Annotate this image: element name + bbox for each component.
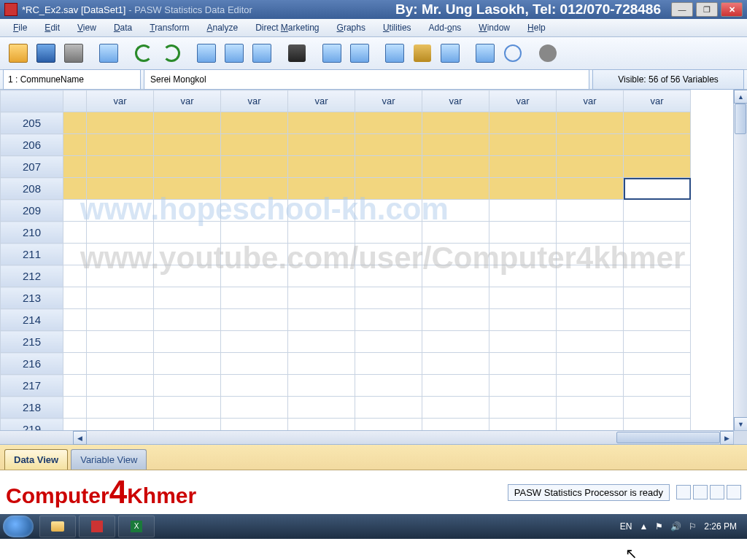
data-cell[interactable] xyxy=(221,309,288,331)
data-cell[interactable] xyxy=(489,309,557,331)
goto-case-button[interactable] xyxy=(194,41,219,66)
data-cell[interactable] xyxy=(63,178,87,200)
scroll-left-button[interactable]: ◀ xyxy=(73,431,87,445)
data-cell[interactable] xyxy=(154,222,221,244)
taskbar-app-excel[interactable]: X xyxy=(118,516,155,537)
table-row[interactable]: 207 xyxy=(1,156,691,178)
data-cell[interactable] xyxy=(87,265,154,287)
data-cell[interactable] xyxy=(288,375,355,397)
data-cell[interactable] xyxy=(87,112,154,134)
row-header[interactable]: 205 xyxy=(1,112,63,134)
data-cell[interactable] xyxy=(221,156,288,178)
data-cell[interactable] xyxy=(489,375,557,397)
use-sets-button[interactable] xyxy=(500,41,525,66)
menu-direct-marketing[interactable]: Direct Marketing xyxy=(248,20,326,35)
data-grid[interactable]: varvarvarvarvarvarvarvarvar2052062072082… xyxy=(0,90,734,431)
data-cell[interactable] xyxy=(87,419,154,432)
data-cell[interactable] xyxy=(422,112,489,134)
data-cell[interactable] xyxy=(87,309,154,331)
data-cell[interactable] xyxy=(557,222,624,244)
column-header[interactable]: var xyxy=(154,90,221,112)
data-cell[interactable] xyxy=(154,419,221,432)
column-header[interactable]: var xyxy=(87,90,154,112)
data-cell[interactable] xyxy=(557,156,624,178)
row-header[interactable]: 219 xyxy=(1,419,63,432)
volume-icon[interactable]: 🔊 xyxy=(670,521,681,532)
data-cell[interactable] xyxy=(154,178,221,200)
menu-transform[interactable]: Transform xyxy=(142,20,196,35)
data-cell[interactable] xyxy=(221,397,288,419)
tab-variable-view[interactable]: Variable View xyxy=(71,449,147,470)
hscroll-track[interactable] xyxy=(87,431,720,444)
taskbar-app-explorer[interactable] xyxy=(39,516,76,537)
column-header[interactable] xyxy=(63,90,87,112)
row-header[interactable]: 208 xyxy=(1,178,63,200)
data-cell[interactable] xyxy=(288,178,355,200)
insert-case-button[interactable] xyxy=(320,41,344,66)
data-cell[interactable] xyxy=(624,222,691,244)
menu-edit[interactable]: Edit xyxy=(37,20,67,35)
data-cell[interactable] xyxy=(422,287,489,309)
table-row[interactable]: 205 xyxy=(1,112,691,134)
horizontal-scrollbar[interactable]: ◀ ▶ xyxy=(73,430,734,444)
column-header[interactable]: var xyxy=(221,90,288,112)
data-cell[interactable] xyxy=(355,419,422,432)
data-cell[interactable] xyxy=(288,244,355,265)
data-cell[interactable] xyxy=(422,353,489,375)
scroll-down-button[interactable]: ▼ xyxy=(734,417,747,431)
data-cell[interactable] xyxy=(355,178,422,200)
data-cell[interactable] xyxy=(63,134,87,156)
print-button[interactable] xyxy=(61,41,86,66)
data-cell[interactable] xyxy=(624,178,691,200)
data-cell[interactable] xyxy=(489,178,557,200)
data-cell[interactable] xyxy=(422,375,489,397)
find-button[interactable] xyxy=(285,41,309,66)
table-row[interactable]: 215 xyxy=(1,331,691,353)
weight-cases-button[interactable] xyxy=(410,41,435,66)
table-row[interactable]: 218 xyxy=(1,397,691,419)
row-header[interactable]: 216 xyxy=(1,353,63,375)
data-cell[interactable] xyxy=(489,222,557,244)
data-cell[interactable] xyxy=(63,222,87,244)
data-cell[interactable] xyxy=(624,134,691,156)
data-cell[interactable] xyxy=(63,200,87,222)
menu-utilities[interactable]: Utilities xyxy=(376,20,419,35)
variables-button[interactable] xyxy=(249,41,274,66)
row-header[interactable]: 218 xyxy=(1,397,63,419)
data-cell[interactable] xyxy=(288,287,355,309)
data-cell[interactable] xyxy=(422,309,489,331)
data-cell[interactable] xyxy=(557,397,624,419)
data-cell[interactable] xyxy=(489,244,557,265)
data-cell[interactable] xyxy=(87,222,154,244)
data-cell[interactable] xyxy=(87,375,154,397)
data-cell[interactable] xyxy=(355,222,422,244)
data-cell[interactable] xyxy=(63,353,87,375)
scroll-up-button[interactable]: ▲ xyxy=(734,90,747,104)
data-cell[interactable] xyxy=(221,419,288,432)
data-cell[interactable] xyxy=(557,244,624,265)
data-cell[interactable] xyxy=(557,134,624,156)
data-cell[interactable] xyxy=(154,331,221,353)
data-cell[interactable] xyxy=(355,200,422,222)
table-row[interactable]: 209 xyxy=(1,200,691,222)
menu-addons[interactable]: Add-ons xyxy=(422,20,469,35)
data-cell[interactable] xyxy=(557,112,624,134)
data-cell[interactable] xyxy=(221,178,288,200)
column-header[interactable]: var xyxy=(422,90,489,112)
redo-button[interactable] xyxy=(159,41,184,66)
data-cell[interactable] xyxy=(87,287,154,309)
data-cell[interactable] xyxy=(624,265,691,287)
data-cell[interactable] xyxy=(221,134,288,156)
row-header[interactable]: 212 xyxy=(1,265,63,287)
data-cell[interactable] xyxy=(355,156,422,178)
minimize-button[interactable]: — xyxy=(671,2,693,17)
data-cell[interactable] xyxy=(87,244,154,265)
column-header[interactable]: var xyxy=(557,90,624,112)
clock[interactable]: 2:26 PM xyxy=(704,521,737,532)
system-tray[interactable]: EN ▲ ⚑ 🔊 ⚐ 2:26 PM xyxy=(620,521,744,532)
data-cell[interactable] xyxy=(221,287,288,309)
data-cell[interactable] xyxy=(288,419,355,432)
vscroll-thumb[interactable] xyxy=(735,104,746,134)
data-cell[interactable] xyxy=(557,309,624,331)
data-cell[interactable] xyxy=(422,244,489,265)
